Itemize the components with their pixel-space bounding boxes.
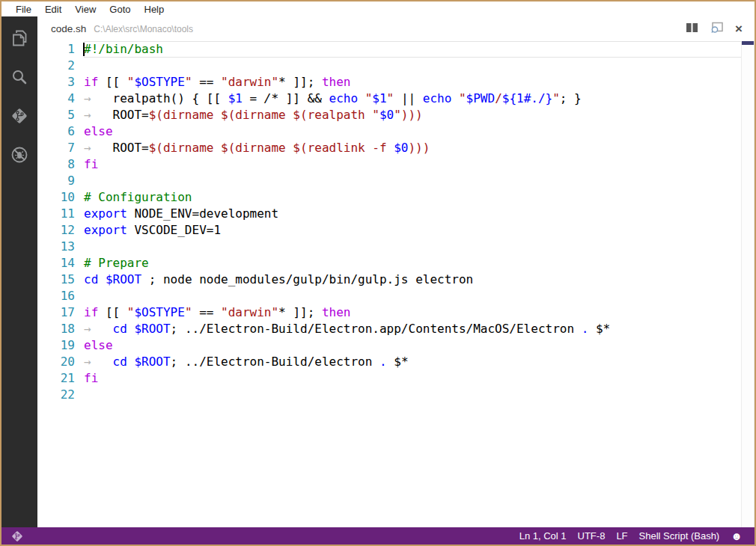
menu-edit[interactable]: Edit [38,4,68,15]
code-token: cd [84,272,98,286]
code-line[interactable] [84,288,755,304]
line-number[interactable]: 4 [37,91,81,107]
code-token: [[ [98,305,127,319]
code-line[interactable]: #!/bin/bash [84,41,755,58]
line-number[interactable]: 22 [37,387,81,403]
code-token: export [84,223,127,237]
split-editor-icon[interactable] [686,22,698,36]
code-line[interactable]: # Prepare [84,255,755,272]
code-line[interactable]: if [[ "$OSTYPE" == "darwin"* ]]; then [84,304,755,321]
debug-icon[interactable] [10,145,29,165]
code-token: else [84,124,113,138]
code-token [451,91,459,105]
code-line[interactable]: if [[ "$OSTYPE" == "darwin"* ]]; then [84,74,755,91]
code-line[interactable]: →realpath() { [[ $1 = /* ]] && echo "$1"… [84,91,755,107]
code-token: export [84,206,127,221]
code-line[interactable]: cd $ROOT ; node node_modules/gulp/bin/gu… [84,272,755,288]
line-number[interactable]: 6 [37,123,81,140]
code-token: " [127,75,135,89]
code-line[interactable]: →ROOT=$(dirname $(dirname $(readlink -f … [84,140,755,156]
encoding[interactable]: UTF-8 [578,530,606,542]
tab-indicator: → [84,321,113,337]
language-mode[interactable]: Shell Script (Bash) [639,530,720,542]
code-line[interactable] [84,58,755,74]
open-preview-icon[interactable] [710,22,724,37]
code-line[interactable]: # Configuration [84,189,755,206]
code-token: || [394,91,423,105]
menu-file[interactable]: File [9,4,38,15]
code-token: $1 [228,91,243,105]
activity-bar [1,16,37,527]
tab-filename[interactable]: code.sh [51,23,86,34]
code-line[interactable]: else [84,337,755,354]
code-token: "))) [394,108,423,122]
code-line[interactable] [84,387,755,403]
code-line[interactable]: →cd $ROOT; ../Electron-Build/Electron.ap… [84,321,755,337]
code-line[interactable]: →cd $ROOT; ../Electron-Build/electron . … [84,354,755,370]
code-token: ; ../Electron-Build/Electron.app/Content… [171,322,582,336]
feedback-smiley-icon[interactable]: ☻ [731,530,743,542]
line-number[interactable]: 7 [37,140,81,156]
files-icon[interactable] [10,28,29,48]
line-number[interactable]: 20 [37,354,81,370]
line-number[interactable]: 10 [37,189,81,206]
code-token: $* [387,355,409,369]
menu-goto[interactable]: Goto [103,4,137,15]
editor[interactable]: 12345678910111213141516171819202122 #!/b… [37,41,755,527]
line-number[interactable]: 8 [37,156,81,173]
code-token: . [379,355,387,369]
line-number[interactable]: 5 [37,107,81,123]
code-line[interactable]: fi [84,156,755,173]
line-number[interactable]: 21 [37,370,81,387]
git-branch-icon[interactable] [10,530,24,543]
code-token: echo [423,91,452,105]
cursor-overview-mark [742,41,754,45]
eol-type[interactable]: LF [616,530,627,542]
code-token: $ROOT [134,322,170,336]
code-token: $(dirname $(dirname $(readlink -f [149,141,394,155]
code-token: ))) [408,141,430,155]
menu-help[interactable]: Help [138,4,171,15]
code-area[interactable]: #!/bin/bashif [[ "$OSTYPE" == "darwin"* … [81,41,755,527]
line-number[interactable]: 14 [37,255,81,272]
line-number[interactable]: 15 [37,272,81,288]
code-token: if [84,75,98,89]
line-number[interactable]: 13 [37,239,81,255]
line-number[interactable]: 16 [37,288,81,304]
code-line[interactable]: export NODE_ENV=development [84,206,755,222]
line-number[interactable]: 19 [37,337,81,354]
code-line[interactable] [84,239,755,255]
code-token: $ROOT [106,272,141,286]
line-number[interactable]: 2 [37,58,81,74]
line-number[interactable]: 1 [37,41,81,58]
code-token: ROOT= [113,141,149,155]
code-token: $ROOT [134,355,170,369]
scrollbar[interactable] [741,41,755,527]
code-line[interactable]: fi [84,370,755,387]
search-icon[interactable] [10,67,29,87]
code-token: /* [264,91,278,105]
line-number[interactable]: 3 [37,74,81,91]
close-icon[interactable]: × [735,24,743,34]
code-token: fi [84,157,98,171]
code-line[interactable]: export VSCODE_DEV=1 [84,222,755,239]
menu-view[interactable]: View [68,4,103,15]
code-token: # Prepare [84,256,149,270]
git-icon[interactable] [10,106,29,126]
code-token: $* [588,322,610,336]
code-token: if [84,305,98,319]
code-token: [[ [98,75,127,89]
line-number[interactable]: 12 [37,222,81,239]
line-number[interactable]: 17 [37,304,81,321]
line-number[interactable]: 18 [37,321,81,337]
code-line[interactable]: →ROOT=$(dirname $(dirname $(realpath "$0… [84,107,755,123]
code-line[interactable]: else [84,123,755,140]
line-number[interactable]: 11 [37,206,81,222]
code-line[interactable] [84,173,755,189]
tab-indicator: → [84,140,113,156]
line-number[interactable]: 9 [37,173,81,189]
cursor-position[interactable]: Ln 1, Col 1 [519,530,567,542]
code-token: ]]; [286,75,322,89]
code-token: ]]; [286,305,322,319]
code-token: realpath() { [[ [113,91,228,105]
